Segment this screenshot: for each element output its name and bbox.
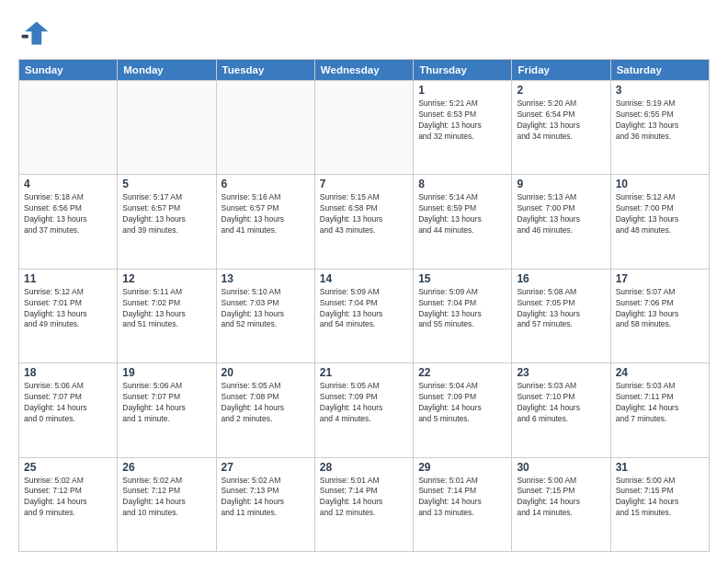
- day-number: 19: [122, 366, 210, 379]
- day-info: Sunrise: 5:06 AM Sunset: 7:07 PM Dayligh…: [122, 381, 210, 425]
- day-info: Sunrise: 5:07 AM Sunset: 7:06 PM Dayligh…: [616, 287, 704, 331]
- calendar-week-3: 18Sunrise: 5:06 AM Sunset: 7:07 PM Dayli…: [19, 363, 710, 457]
- day-info: Sunrise: 5:01 AM Sunset: 7:14 PM Dayligh…: [320, 476, 408, 520]
- day-number: 7: [320, 178, 408, 190]
- day-info: Sunrise: 5:14 AM Sunset: 6:59 PM Dayligh…: [418, 192, 506, 236]
- day-info: Sunrise: 5:15 AM Sunset: 6:58 PM Dayligh…: [320, 192, 408, 236]
- day-number: 17: [616, 272, 704, 285]
- calendar-cell: 14Sunrise: 5:09 AM Sunset: 7:04 PM Dayli…: [314, 269, 413, 362]
- calendar-cell: 2Sunrise: 5:20 AM Sunset: 6:54 PM Daylig…: [512, 81, 610, 175]
- day-info: Sunrise: 5:05 AM Sunset: 7:09 PM Dayligh…: [320, 381, 408, 425]
- day-info: Sunrise: 5:13 AM Sunset: 7:00 PM Dayligh…: [517, 192, 605, 236]
- calendar-cell: 27Sunrise: 5:02 AM Sunset: 7:13 PM Dayli…: [216, 457, 314, 551]
- calendar-cell: [19, 81, 118, 175]
- weekday-header-tuesday: Tuesday: [216, 60, 314, 81]
- calendar-week-2: 11Sunrise: 5:12 AM Sunset: 7:01 PM Dayli…: [19, 269, 710, 362]
- calendar-cell: 4Sunrise: 5:18 AM Sunset: 6:56 PM Daylig…: [19, 175, 118, 269]
- weekday-header-friday: Friday: [512, 60, 610, 81]
- day-number: 26: [122, 461, 210, 474]
- calendar-cell: 25Sunrise: 5:02 AM Sunset: 7:12 PM Dayli…: [19, 457, 118, 551]
- calendar-cell: 30Sunrise: 5:00 AM Sunset: 7:15 PM Dayli…: [512, 457, 610, 551]
- day-info: Sunrise: 5:00 AM Sunset: 7:15 PM Dayligh…: [616, 476, 704, 520]
- calendar-cell: 29Sunrise: 5:01 AM Sunset: 7:14 PM Dayli…: [414, 457, 512, 551]
- weekday-header-sunday: Sunday: [19, 60, 118, 81]
- svg-rect-2: [22, 35, 28, 39]
- day-number: 20: [222, 366, 310, 379]
- day-info: Sunrise: 5:12 AM Sunset: 7:00 PM Dayligh…: [616, 192, 704, 236]
- weekday-header-saturday: Saturday: [610, 60, 709, 81]
- day-info: Sunrise: 5:02 AM Sunset: 7:12 PM Dayligh…: [122, 476, 210, 520]
- logo-icon: [18, 17, 51, 50]
- calendar-week-4: 25Sunrise: 5:02 AM Sunset: 7:12 PM Dayli…: [19, 457, 710, 551]
- calendar-cell: [314, 81, 413, 175]
- calendar-cell: 28Sunrise: 5:01 AM Sunset: 7:14 PM Dayli…: [314, 457, 413, 551]
- calendar-cell: 17Sunrise: 5:07 AM Sunset: 7:06 PM Dayli…: [610, 269, 709, 362]
- day-number: 16: [517, 272, 605, 285]
- day-number: 21: [320, 366, 408, 379]
- calendar-cell: 31Sunrise: 5:00 AM Sunset: 7:15 PM Dayli…: [610, 457, 709, 551]
- calendar-cell: 20Sunrise: 5:05 AM Sunset: 7:08 PM Dayli…: [216, 363, 314, 457]
- day-info: Sunrise: 5:09 AM Sunset: 7:04 PM Dayligh…: [418, 287, 506, 331]
- day-number: 18: [24, 366, 112, 379]
- calendar-cell: 3Sunrise: 5:19 AM Sunset: 6:55 PM Daylig…: [610, 81, 709, 175]
- day-number: 28: [320, 461, 408, 474]
- day-number: 24: [616, 366, 704, 379]
- day-info: Sunrise: 5:02 AM Sunset: 7:13 PM Dayligh…: [222, 476, 310, 520]
- calendar-cell: 16Sunrise: 5:08 AM Sunset: 7:05 PM Dayli…: [512, 269, 610, 362]
- day-number: 13: [222, 272, 310, 285]
- day-number: 8: [418, 178, 506, 190]
- day-info: Sunrise: 5:18 AM Sunset: 6:56 PM Dayligh…: [24, 192, 112, 236]
- calendar-cell: 5Sunrise: 5:17 AM Sunset: 6:57 PM Daylig…: [118, 175, 216, 269]
- day-number: 14: [320, 272, 408, 285]
- day-number: 1: [418, 84, 506, 97]
- calendar-table: SundayMondayTuesdayWednesdayThursdayFrid…: [18, 59, 710, 552]
- header: [18, 17, 710, 50]
- calendar-cell: 23Sunrise: 5:03 AM Sunset: 7:10 PM Dayli…: [512, 363, 610, 457]
- calendar-cell: 15Sunrise: 5:09 AM Sunset: 7:04 PM Dayli…: [414, 269, 512, 362]
- calendar-cell: 26Sunrise: 5:02 AM Sunset: 7:12 PM Dayli…: [118, 457, 216, 551]
- day-number: 22: [418, 366, 506, 379]
- day-info: Sunrise: 5:19 AM Sunset: 6:55 PM Dayligh…: [616, 98, 704, 143]
- weekday-header-wednesday: Wednesday: [314, 60, 413, 81]
- day-number: 23: [517, 366, 605, 379]
- day-info: Sunrise: 5:00 AM Sunset: 7:15 PM Dayligh…: [517, 476, 605, 520]
- calendar-cell: 11Sunrise: 5:12 AM Sunset: 7:01 PM Dayli…: [19, 269, 118, 362]
- day-number: 29: [418, 461, 506, 474]
- day-number: 30: [517, 461, 605, 474]
- day-number: 5: [122, 178, 210, 190]
- calendar-cell: 10Sunrise: 5:12 AM Sunset: 7:00 PM Dayli…: [610, 175, 709, 269]
- calendar-cell: 21Sunrise: 5:05 AM Sunset: 7:09 PM Dayli…: [314, 363, 413, 457]
- calendar-cell: [118, 81, 216, 175]
- day-number: 2: [517, 84, 605, 97]
- day-info: Sunrise: 5:10 AM Sunset: 7:03 PM Dayligh…: [222, 287, 310, 331]
- calendar-cell: 8Sunrise: 5:14 AM Sunset: 6:59 PM Daylig…: [414, 175, 512, 269]
- day-info: Sunrise: 5:16 AM Sunset: 6:57 PM Dayligh…: [222, 192, 310, 236]
- day-number: 12: [122, 272, 210, 285]
- day-info: Sunrise: 5:21 AM Sunset: 6:53 PM Dayligh…: [418, 98, 506, 143]
- day-number: 3: [616, 84, 704, 97]
- day-info: Sunrise: 5:03 AM Sunset: 7:10 PM Dayligh…: [517, 381, 605, 425]
- day-number: 15: [418, 272, 506, 285]
- calendar-cell: 19Sunrise: 5:06 AM Sunset: 7:07 PM Dayli…: [118, 363, 216, 457]
- calendar-body: 1Sunrise: 5:21 AM Sunset: 6:53 PM Daylig…: [19, 81, 710, 552]
- calendar-week-1: 4Sunrise: 5:18 AM Sunset: 6:56 PM Daylig…: [19, 175, 710, 269]
- day-info: Sunrise: 5:17 AM Sunset: 6:57 PM Dayligh…: [122, 192, 210, 236]
- day-info: Sunrise: 5:01 AM Sunset: 7:14 PM Dayligh…: [418, 476, 506, 520]
- calendar-cell: 9Sunrise: 5:13 AM Sunset: 7:00 PM Daylig…: [512, 175, 610, 269]
- calendar-cell: 18Sunrise: 5:06 AM Sunset: 7:07 PM Dayli…: [19, 363, 118, 457]
- calendar-week-0: 1Sunrise: 5:21 AM Sunset: 6:53 PM Daylig…: [19, 81, 710, 175]
- day-info: Sunrise: 5:05 AM Sunset: 7:08 PM Dayligh…: [222, 381, 310, 425]
- calendar-cell: [216, 81, 314, 175]
- day-info: Sunrise: 5:06 AM Sunset: 7:07 PM Dayligh…: [24, 381, 112, 425]
- day-number: 25: [24, 461, 112, 474]
- day-info: Sunrise: 5:09 AM Sunset: 7:04 PM Dayligh…: [320, 287, 408, 331]
- calendar-cell: 6Sunrise: 5:16 AM Sunset: 6:57 PM Daylig…: [216, 175, 314, 269]
- calendar-cell: 7Sunrise: 5:15 AM Sunset: 6:58 PM Daylig…: [314, 175, 413, 269]
- calendar-cell: 22Sunrise: 5:04 AM Sunset: 7:09 PM Dayli…: [414, 363, 512, 457]
- weekday-header-thursday: Thursday: [414, 60, 512, 81]
- day-info: Sunrise: 5:04 AM Sunset: 7:09 PM Dayligh…: [418, 381, 506, 425]
- calendar-cell: 12Sunrise: 5:11 AM Sunset: 7:02 PM Dayli…: [118, 269, 216, 362]
- day-info: Sunrise: 5:03 AM Sunset: 7:11 PM Dayligh…: [616, 381, 704, 425]
- day-number: 27: [222, 461, 310, 474]
- calendar-cell: 24Sunrise: 5:03 AM Sunset: 7:11 PM Dayli…: [610, 363, 709, 457]
